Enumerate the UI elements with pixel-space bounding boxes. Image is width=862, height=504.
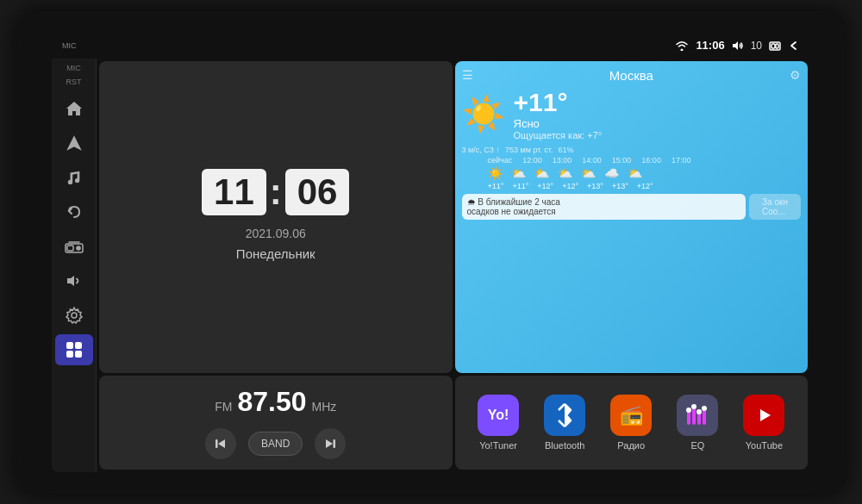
screen: MIC 11:06 10 xyxy=(52,33,810,472)
radio-unit: MHz xyxy=(312,400,337,414)
svg-rect-21 xyxy=(697,413,701,425)
sidebar-item-radio[interactable] xyxy=(55,231,93,262)
back-icon-status[interactable] xyxy=(788,40,800,51)
app-eq[interactable]: EQ xyxy=(671,395,723,451)
app-youtube[interactable]: YouTube xyxy=(738,395,790,451)
status-bar: MIC 11:06 10 xyxy=(52,33,810,59)
pressure-label: 753 мм рт. ст. xyxy=(505,146,553,154)
app-radio[interactable]: 📻 Радио xyxy=(605,395,657,451)
svg-marker-9 xyxy=(67,276,74,286)
radio-freq-number: 87.50 xyxy=(237,386,306,418)
svg-rect-18 xyxy=(334,439,336,448)
radio-prev-button[interactable] xyxy=(205,428,236,459)
humidity-label: 61% xyxy=(558,146,573,154)
app-yotuner[interactable]: Yo! Yo!Tuner xyxy=(472,395,524,451)
svg-point-25 xyxy=(696,409,702,414)
radio-widget: FM 87.50 MHz BAND xyxy=(99,376,453,470)
sidebar-item-nav[interactable] xyxy=(55,128,93,159)
svg-marker-4 xyxy=(67,136,79,148)
weather-alert: 🌧 В ближайшие 2 часаосадков не ожидается xyxy=(462,194,746,220)
bluetooth-label: Bluetooth xyxy=(545,440,584,451)
forecast-times: сейчас 12:00 13:00 14:00 15:00 16:00 17:… xyxy=(462,156,802,165)
nav-icon xyxy=(66,135,82,151)
radio-band-button[interactable]: BAND xyxy=(248,432,303,456)
clock-display: 11 : 06 xyxy=(202,169,349,215)
yotuner-icon: Yo! xyxy=(478,395,519,436)
rst-label: RST xyxy=(66,78,82,86)
sidebar-item-settings[interactable] xyxy=(55,300,93,331)
weather-sun-icon: ☀️ xyxy=(462,94,505,134)
wifi-icon xyxy=(675,40,689,51)
music-icon xyxy=(66,170,82,185)
wind-label: 3 м/с, СЗ ↑ xyxy=(462,146,501,154)
radio-controls: BAND xyxy=(205,428,346,459)
vol-down-icon xyxy=(66,274,83,288)
status-volume: 10 xyxy=(751,40,762,52)
svg-rect-20 xyxy=(692,408,696,425)
clock-hours: 11 xyxy=(202,169,266,215)
clock-colon: : xyxy=(270,174,282,210)
weather-settings-icon[interactable]: ⚙ xyxy=(790,68,801,82)
svg-marker-0 xyxy=(733,41,738,50)
sidebar-item-home[interactable] xyxy=(55,93,93,124)
content-grid: 11 : 06 2021.09.06 Понедельник ☰ Москва … xyxy=(97,59,810,472)
alert-text: В ближайшие 2 часаосадков не ожидается xyxy=(467,197,560,216)
weather-city: Москва xyxy=(473,68,790,83)
svg-rect-16 xyxy=(216,439,218,448)
svg-point-10 xyxy=(72,313,77,318)
svg-rect-11 xyxy=(66,342,73,349)
radio-app-label: Радио xyxy=(617,440,645,451)
app-bluetooth[interactable]: Bluetooth xyxy=(539,395,590,451)
home-icon xyxy=(66,101,83,116)
sidebar-item-back[interactable] xyxy=(55,196,93,227)
eq-label: EQ xyxy=(690,440,704,451)
forecast-icons: ☀️⛅⛅⛅⛅☁️⛅ xyxy=(462,166,802,180)
main-area: MIC RST xyxy=(52,59,810,472)
svg-rect-3 xyxy=(776,44,778,48)
status-left: MIC xyxy=(62,41,77,50)
sidebar: MIC RST xyxy=(52,59,97,472)
weather-widget[interactable]: ☰ Москва ⚙ ☀️ +11° Ясно Ощущается как: +… xyxy=(455,61,809,373)
svg-point-8 xyxy=(78,247,79,249)
bluetooth-icon xyxy=(544,395,585,436)
clock-widget: 11 : 06 2021.09.06 Понедельник xyxy=(99,61,453,373)
weather-condition: Ясно xyxy=(514,117,603,130)
weather-extra: За окнCoo... xyxy=(749,194,801,220)
svg-rect-6 xyxy=(67,246,73,251)
svg-rect-22 xyxy=(703,409,706,425)
svg-rect-13 xyxy=(66,351,73,358)
svg-point-24 xyxy=(691,404,696,409)
radio-band: FM xyxy=(215,400,232,414)
forecast-temps: +11°+11°+12°+12°+13°+13°+12° xyxy=(462,182,802,190)
window-icon xyxy=(769,40,781,51)
clock-minutes: 06 xyxy=(285,169,350,215)
status-right: 11:06 10 xyxy=(675,39,800,52)
svg-rect-12 xyxy=(75,342,82,349)
mic-indicator: MIC xyxy=(66,64,81,72)
svg-point-26 xyxy=(702,406,707,411)
svg-marker-15 xyxy=(218,439,225,448)
sidebar-item-vol-down[interactable] xyxy=(55,265,93,296)
weather-bottom: 🌧 В ближайшие 2 часаосадков не ожидается… xyxy=(462,194,802,220)
yotuner-label: Yo!Tuner xyxy=(479,440,517,451)
svg-point-23 xyxy=(686,408,691,413)
svg-marker-17 xyxy=(326,439,333,448)
weather-feels: Ощущается как: +7° xyxy=(514,130,603,140)
weather-menu-icon[interactable]: ☰ xyxy=(462,68,473,82)
clock-date: 2021.09.06 Понедельник xyxy=(236,224,315,264)
sidebar-item-apps[interactable] xyxy=(55,334,93,365)
status-time: 11:06 xyxy=(696,39,724,52)
weather-header: ☰ Москва ⚙ xyxy=(462,68,802,83)
svg-rect-19 xyxy=(687,411,690,425)
youtube-icon xyxy=(743,395,784,436)
eq-icon xyxy=(677,395,718,436)
gear-icon xyxy=(66,307,83,324)
radio-next-button[interactable] xyxy=(315,428,346,459)
apps-widget: Yo! Yo!Tuner Bluet xyxy=(455,376,809,470)
outer-frame: MIC 11:06 10 xyxy=(17,11,845,494)
sidebar-item-music[interactable] xyxy=(55,162,93,193)
apps-grid-icon xyxy=(65,340,84,359)
radio-app-icon: 📻 xyxy=(610,395,652,436)
svg-rect-14 xyxy=(75,351,82,358)
volume-icon xyxy=(732,40,744,51)
